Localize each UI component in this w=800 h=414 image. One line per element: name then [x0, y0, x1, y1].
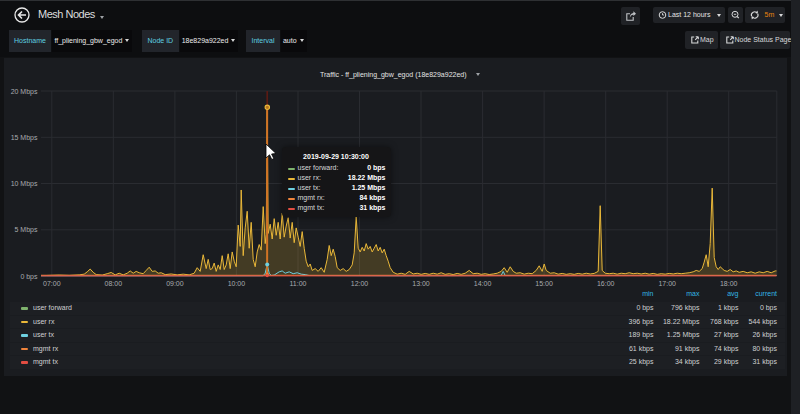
svg-text:08:00: 08:00 [105, 280, 123, 287]
svg-text:5 Mbps: 5 Mbps [15, 226, 38, 234]
svg-text:14:00: 14:00 [474, 280, 492, 287]
svg-text:15:00: 15:00 [535, 280, 553, 287]
svg-text:16:00: 16:00 [597, 280, 615, 287]
svg-text:11:00: 11:00 [290, 280, 307, 287]
svg-text:20 Mbps: 20 Mbps [11, 88, 38, 96]
svg-text:09:00: 09:00 [166, 280, 184, 287]
svg-text:13:00: 13:00 [412, 280, 430, 287]
svg-text:10:00: 10:00 [228, 280, 246, 287]
svg-text:0 bps: 0 bps [20, 273, 38, 281]
svg-text:12:00: 12:00 [351, 280, 369, 287]
svg-text:17:00: 17:00 [658, 280, 676, 287]
svg-text:10 Mbps: 10 Mbps [11, 180, 38, 188]
svg-text:07:00: 07:00 [43, 280, 61, 287]
svg-text:15 Mbps: 15 Mbps [11, 134, 38, 142]
svg-text:18:00: 18:00 [720, 280, 738, 287]
